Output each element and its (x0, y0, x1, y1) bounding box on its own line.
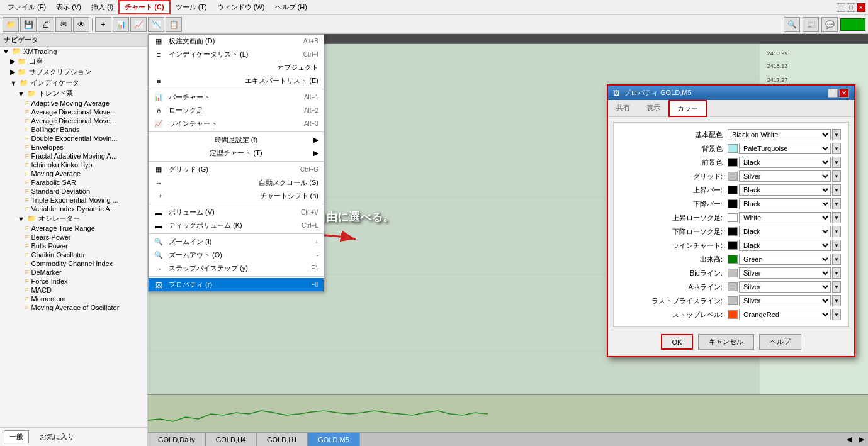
chart-tab-h4[interactable]: GOLD,H4 (206, 433, 257, 446)
tree-ind-psar[interactable]: F Parabolic SAR (0, 178, 147, 187)
color-swatch-downbar[interactable] (728, 199, 738, 208)
color-select-upbar[interactable]: Black (739, 184, 831, 196)
color-select-fg[interactable]: Black (739, 157, 831, 168)
chart-tab-next[interactable]: ▶ (855, 435, 868, 443)
color-swatch-fg[interactable] (728, 158, 738, 167)
tree-ind-demarker[interactable]: F DeMarker (0, 268, 147, 277)
tab-kyoyu[interactable]: 共有 (608, 100, 638, 116)
maximize-button[interactable]: □ (847, 3, 855, 12)
color-dropdown-arrow-lastprice[interactable]: ▼ (832, 295, 841, 306)
color-swatch-stoplevel[interactable] (728, 310, 738, 319)
tree-ind-bulls[interactable]: F Bulls Power (0, 242, 147, 250)
color-dropdown-arrow-downbar[interactable]: ▼ (832, 198, 841, 209)
menu-tools[interactable]: ツール (T) (171, 1, 212, 13)
tree-node-trend[interactable]: ▼ 📁 トレンド系 (0, 88, 147, 99)
menu-file[interactable]: ファイル (F) (3, 1, 51, 13)
menu-item-timeframe[interactable]: 時間足設定 (f) ▶ (149, 133, 324, 147)
color-dropdown-arrow-linechart[interactable]: ▼ (832, 240, 841, 251)
color-dropdown-arrow-bg[interactable]: ▼ (832, 143, 841, 154)
color-swatch-bid[interactable] (728, 269, 738, 277)
tab-hyoji[interactable]: 表示 (638, 100, 668, 116)
tree-ind-frama[interactable]: F Fractal Adaptive Moving A... (0, 152, 147, 160)
tree-ind-dema[interactable]: F Double Exponential Movin... (0, 134, 147, 143)
menu-help[interactable]: ヘルプ (H) (270, 1, 312, 13)
tree-ind-ma[interactable]: F Moving Average (0, 169, 147, 178)
tree-node-oscillator[interactable]: ▼ 📁 オシレーター (0, 213, 147, 224)
tree-ind-cci[interactable]: F Commodity Channel Index (0, 259, 147, 268)
color-dropdown-arrow-upbar[interactable]: ▼ (832, 184, 841, 196)
tree-node-xmtrading[interactable]: ▼ 📁 XMTrading (0, 47, 147, 56)
menu-item-candlestick[interactable]: 🕯 ローソク足 Alt+2 (149, 104, 324, 117)
chart-tab-h1[interactable]: GOLD,H1 (257, 433, 308, 446)
menu-item-volume[interactable]: ▬ ボリューム (V) Ctrl+V (149, 206, 324, 219)
toolbar-btn-1[interactable]: 📁 (3, 17, 19, 32)
close-button[interactable]: ✕ (857, 3, 865, 12)
color-swatch-upbar[interactable] (728, 186, 738, 194)
color-swatch-ask[interactable] (728, 282, 738, 291)
menu-item-autoscroll[interactable]: ↔ 自動スクロール (S) (149, 176, 324, 189)
toolbar-btn-7[interactable]: 📊 (113, 17, 129, 32)
color-dropdown-arrow-downcandle[interactable]: ▼ (832, 226, 841, 237)
color-select-scheme[interactable]: Black on White (728, 129, 831, 140)
tab-color[interactable]: カラー (668, 100, 707, 117)
menu-item-tickvolume[interactable]: ▬ ティックボリューム (K) Ctrl+L (149, 219, 324, 232)
ok-button[interactable]: OK (661, 334, 694, 350)
menu-item-template[interactable]: 定型チャート (T) ▶ (149, 147, 324, 160)
tree-ind-macd[interactable]: F MACD (0, 286, 147, 294)
minimize-button[interactable]: ─ (837, 3, 845, 12)
menu-window[interactable]: ウィンドウ (W) (212, 1, 270, 13)
menu-item-properties[interactable]: 🖼 プロパティ (r) F8 (149, 278, 324, 291)
color-swatch-lastprice[interactable] (728, 296, 738, 305)
color-dropdown-arrow-bid[interactable]: ▼ (832, 267, 841, 279)
tree-ind-bears[interactable]: F Bears Power (0, 233, 147, 242)
menu-item-chartshift[interactable]: ⇢ チャートシフト (h) (149, 189, 324, 203)
toolbar-btn-8[interactable]: 📈 (130, 17, 147, 32)
menu-item-grid[interactable]: ▦ グリッド (G) Ctrl+G (149, 163, 324, 176)
color-dropdown-arrow-stoplevel[interactable]: ▼ (832, 309, 841, 320)
menu-item-barchart[interactable]: 📊 バーチャート Alt+1 (149, 91, 324, 104)
color-select-linechart[interactable]: Black (739, 240, 831, 251)
tree-ind-bb[interactable]: F Bollinger Bands (0, 125, 147, 134)
color-select-volume[interactable]: Green (739, 254, 831, 265)
color-select-ask[interactable]: Silver (739, 281, 831, 293)
menu-item-indlist[interactable]: ≡ インディケータリスト (L) Ctrl+I (149, 48, 324, 61)
tab-general[interactable]: 一般 (4, 430, 29, 443)
tree-ind-env[interactable]: F Envelopes (0, 143, 147, 152)
color-swatch-downcandle[interactable] (728, 227, 738, 236)
dialog-help-btn[interactable]: ? (828, 89, 838, 98)
tree-ind-force[interactable]: F Force Index (0, 277, 147, 286)
tree-ind-adx2[interactable]: F Average Directional Move... (0, 116, 147, 125)
tree-ind-atr[interactable]: F Average True Range (0, 224, 147, 233)
toolbar-btn-9[interactable]: 📉 (148, 17, 164, 32)
color-dropdown-arrow-scheme[interactable]: ▼ (832, 129, 841, 140)
color-select-bid[interactable]: Silver (739, 267, 831, 279)
tree-ind-osma[interactable]: F Moving Average of Oscillator (0, 303, 147, 312)
menu-item-linechart[interactable]: 📈 ラインチャート Alt+3 (149, 117, 324, 130)
toolbar-btn-2[interactable]: 💾 (20, 17, 37, 32)
menu-item-zoomin[interactable]: 🔍 ズームイン (I) + (149, 235, 324, 248)
tree-ind-ichi[interactable]: F Ichimoku Kinko Hyo (0, 160, 147, 169)
toolbar-btn-6[interactable]: + (95, 17, 111, 32)
toolbar-btn-4[interactable]: ✉ (55, 17, 72, 32)
menu-item-expertlist[interactable]: ≡ エキスパートリスト (E) (149, 74, 324, 87)
color-swatch-volume[interactable] (728, 255, 738, 264)
cancel-button[interactable]: キャンセル (698, 334, 754, 350)
color-select-downcandle[interactable]: Black (739, 226, 831, 237)
chart-tab-m5[interactable]: GOLD,M5 (308, 433, 360, 446)
color-select-upcandle[interactable]: White (739, 212, 831, 223)
tree-ind-momentum[interactable]: F Momentum (0, 294, 147, 303)
color-swatch-upcandle[interactable] (728, 213, 738, 222)
toolbar-btn-5[interactable]: 👁 (73, 17, 89, 32)
menu-view[interactable]: 表示 (V) (51, 1, 86, 13)
tree-ind-ama[interactable]: F Adaptive Moving Average (0, 99, 147, 108)
tree-node-subscription[interactable]: ▶ 📁 サブスクリプション (0, 67, 147, 77)
tree-node-account[interactable]: ▶ 📁 口座 (0, 56, 147, 67)
menu-insert[interactable]: 挿入 (I) (86, 1, 118, 13)
menu-item-object[interactable]: オブジェクト (149, 61, 324, 74)
tree-node-indicator[interactable]: ▼ 📁 インディケータ (0, 77, 147, 88)
tree-ind-vida[interactable]: F Variable Index Dynamic A... (0, 204, 147, 213)
menu-item-orderbook[interactable]: ▦ 板注文画面 (D) Alt+B (149, 35, 324, 48)
color-select-lastprice[interactable]: Silver (739, 295, 831, 306)
toolbar-btn-11[interactable]: 🔍 (784, 17, 800, 32)
menu-item-zoomout[interactable]: 🔍 ズームアウト (O) - (149, 248, 324, 262)
